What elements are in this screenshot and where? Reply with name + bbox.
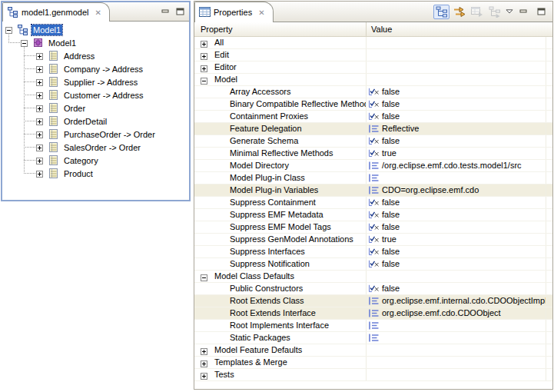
property-row[interactable]: Model Class Defaults xyxy=(194,271,552,283)
property-row[interactable]: Model Directory/org.eclipse.emf.cdo.test… xyxy=(194,160,552,172)
expand-icon[interactable] xyxy=(36,78,43,85)
editor-tab-model1-genmodel[interactable]: model1.genmodel ✕ xyxy=(2,2,110,22)
property-row[interactable]: Editor xyxy=(194,61,552,74)
property-row[interactable]: Model Feature Defaults xyxy=(194,344,552,357)
property-row[interactable]: Suppress Interfacesfalse xyxy=(194,246,552,258)
property-row[interactable]: All xyxy=(194,37,552,49)
property-value-cell[interactable]: true xyxy=(367,148,546,159)
property-row[interactable]: Tests xyxy=(194,369,552,381)
property-name-cell: Array Accessors xyxy=(194,86,367,98)
property-value-cell[interactable]: true xyxy=(367,234,546,245)
minimize-icon[interactable] xyxy=(516,5,532,19)
expand-icon[interactable] xyxy=(201,347,207,354)
expand-icon[interactable] xyxy=(36,157,43,164)
expand-icon[interactable] xyxy=(36,105,43,111)
collapse-icon[interactable] xyxy=(5,26,12,33)
restore-default-value-icon xyxy=(469,5,485,19)
property-value-cell[interactable]: false xyxy=(367,283,546,294)
property-value-cell[interactable]: false xyxy=(367,98,546,110)
tree-item[interactable]: Product xyxy=(2,167,189,180)
property-value-cell[interactable]: false xyxy=(367,246,546,257)
property-row[interactable]: Root Implements Interface xyxy=(194,320,552,332)
expand-icon[interactable] xyxy=(36,144,43,151)
property-value-cell[interactable]: CDO=org.eclipse.emf.cdo xyxy=(367,184,546,196)
tree-item[interactable]: Company -> Address xyxy=(2,62,189,75)
tree-item[interactable]: Address xyxy=(2,49,189,62)
property-value-cell[interactable]: false xyxy=(367,258,546,270)
tree-item[interactable]: Supplier -> Address xyxy=(2,75,189,88)
expand-icon[interactable] xyxy=(36,131,43,138)
expand-icon[interactable] xyxy=(36,91,43,98)
tree-item[interactable]: PurchaseOrder -> Order xyxy=(2,128,189,141)
view-menu-icon[interactable] xyxy=(504,5,514,19)
tree-guide-line xyxy=(24,160,35,161)
property-row[interactable]: Root Extends Classorg.eclipse.emf.intern… xyxy=(194,295,552,307)
property-row[interactable]: Model Plug-in VariablesCDO=org.eclipse.e… xyxy=(194,184,552,197)
close-icon[interactable]: ✕ xyxy=(258,8,264,17)
editor-tabbar-spacer xyxy=(110,2,189,22)
advanced-properties-icon[interactable] xyxy=(451,5,467,19)
property-row[interactable]: Static Packages xyxy=(194,332,552,344)
property-row[interactable]: Suppress EMF Metadatafalse xyxy=(194,209,552,221)
close-icon[interactable]: ✕ xyxy=(95,8,101,17)
property-row[interactable]: Generate Schemafalse xyxy=(194,135,552,148)
property-row[interactable]: Containment Proxiesfalse xyxy=(194,111,552,123)
property-value-cell[interactable] xyxy=(367,172,546,184)
property-name-cell: Model Class Defaults xyxy=(194,271,367,282)
property-row[interactable]: Array Accessorsfalse xyxy=(194,86,552,98)
property-row[interactable]: Templates & Merge xyxy=(194,357,552,369)
property-row[interactable]: Edit xyxy=(194,49,552,61)
expand-icon[interactable] xyxy=(201,64,207,71)
property-row[interactable]: Feature DelegationReflective xyxy=(194,123,552,135)
tree-mode-icon[interactable] xyxy=(433,5,450,19)
property-row[interactable]: Model Plug-in Class xyxy=(194,172,552,184)
property-value-cell[interactable]: false xyxy=(367,111,546,122)
property-row[interactable]: Minimal Reflective Methodstrue xyxy=(194,148,552,160)
expand-icon[interactable] xyxy=(201,359,207,366)
tree-item[interactable]: OrderDetail xyxy=(2,115,189,128)
property-value-cell[interactable] xyxy=(367,332,546,344)
property-row[interactable]: Suppress Notificationfalse xyxy=(194,258,552,271)
property-value-cell[interactable]: false xyxy=(367,221,546,233)
property-value-cell[interactable]: org.eclipse.emf.cdo.CDOObject xyxy=(367,307,546,319)
tree-item[interactable]: Model1 xyxy=(2,36,189,49)
expand-icon[interactable] xyxy=(201,371,207,378)
property-value-cell[interactable]: false xyxy=(367,86,546,98)
tree-item[interactable]: Model1 xyxy=(2,23,189,36)
property-row[interactable]: Suppress EMF Model Tagsfalse xyxy=(194,221,552,234)
property-value-cell[interactable]: Reflective xyxy=(367,123,546,135)
tree-guide-line xyxy=(24,121,35,121)
property-value-cell[interactable]: org.eclipse.emf.internal.cdo.CDOObjectIm… xyxy=(367,295,546,307)
class-icon xyxy=(47,89,59,101)
collapse-icon[interactable] xyxy=(21,39,28,46)
minimize-icon[interactable] xyxy=(160,6,171,17)
property-value-cell[interactable] xyxy=(367,320,546,331)
property-row[interactable]: Root Extends Interfaceorg.eclipse.emf.cd… xyxy=(194,307,552,320)
property-value-cell[interactable]: false xyxy=(367,209,546,221)
tree-item[interactable]: Customer -> Address xyxy=(2,88,189,101)
expand-icon[interactable] xyxy=(36,52,43,59)
tree-item[interactable]: SalesOrder -> Order xyxy=(2,141,189,154)
tab-properties[interactable]: Properties ✕ xyxy=(194,2,274,22)
maximize-icon[interactable] xyxy=(533,5,549,19)
expand-icon[interactable] xyxy=(36,118,43,125)
tree-item[interactable]: Order xyxy=(2,101,189,115)
collapse-icon[interactable] xyxy=(201,273,207,280)
expand-icon[interactable] xyxy=(36,170,43,177)
property-value-cell[interactable]: /org.eclipse.emf.cdo.tests.model1/src xyxy=(367,160,546,171)
maximize-icon[interactable] xyxy=(174,6,186,17)
property-row[interactable]: Public Constructorsfalse xyxy=(194,283,552,295)
property-value-cell xyxy=(367,369,546,380)
expand-icon[interactable] xyxy=(201,39,207,46)
collapse-icon[interactable] xyxy=(201,76,207,83)
property-value-cell[interactable]: false xyxy=(367,135,546,147)
property-row[interactable]: Suppress Containmentfalse xyxy=(194,197,552,209)
boolean-value-icon xyxy=(368,260,380,268)
expand-icon[interactable] xyxy=(201,51,207,58)
property-row[interactable]: Binary Compatible Reflective Methodsfals… xyxy=(194,98,552,111)
property-value-cell[interactable]: false xyxy=(367,197,546,208)
expand-icon[interactable] xyxy=(36,65,43,72)
property-row[interactable]: Suppress GenModel Annotationstrue xyxy=(194,234,552,246)
tree-item[interactable]: Category xyxy=(2,154,189,167)
property-row[interactable]: Model xyxy=(194,74,552,86)
